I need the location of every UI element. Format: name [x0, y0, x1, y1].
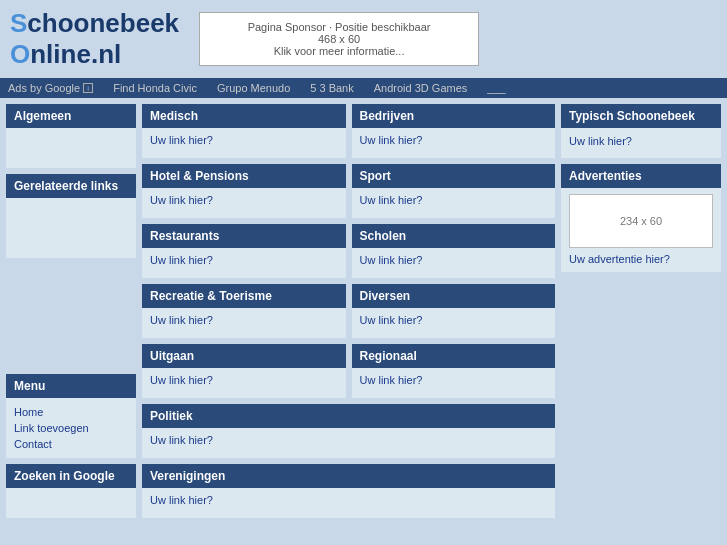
diversen-link[interactable]: Uw link hier?: [360, 314, 423, 326]
gerelateerde-section: Gerelateerde links: [6, 174, 136, 258]
left-sidebar: Algemeen Gerelateerde links Menu Home Li…: [6, 104, 136, 518]
uitgaan-header: Uitgaan: [142, 344, 346, 368]
sport-body: Uw link hier?: [352, 188, 556, 218]
category-medisch: Medisch Uw link hier?: [142, 104, 346, 158]
algemeen-header: Algemeen: [6, 104, 136, 128]
menu-body: Home Link toevoegen Contact: [6, 398, 136, 458]
title-letter-s: S: [10, 8, 27, 38]
category-restaurants: Restaurants Uw link hier?: [142, 224, 346, 278]
restaurants-link[interactable]: Uw link hier?: [150, 254, 213, 266]
regionaal-header: Regionaal: [352, 344, 556, 368]
ad-link-3[interactable]: 5 3 Bank: [310, 82, 353, 94]
category-diversen: Diversen Uw link hier?: [352, 284, 556, 338]
restaurants-header: Restaurants: [142, 224, 346, 248]
advertenties-header: Advertenties: [561, 164, 721, 188]
menu-section: Menu Home Link toevoegen Contact: [6, 374, 136, 458]
politiek-link[interactable]: Uw link hier?: [150, 434, 213, 446]
bedrijven-header: Bedrijven: [352, 104, 556, 128]
center-content: Medisch Uw link hier? Bedrijven Uw link …: [136, 104, 561, 518]
ad-link-4[interactable]: Android 3D Games: [374, 82, 468, 94]
recreatie-header: Recreatie & Toerisme: [142, 284, 346, 308]
regionaal-link[interactable]: Uw link hier?: [360, 374, 423, 386]
ad-advertentie-link[interactable]: Uw advertentie hier?: [569, 253, 670, 265]
diversen-header: Diversen: [352, 284, 556, 308]
menu-header: Menu: [6, 374, 136, 398]
regionaal-body: Uw link hier?: [352, 368, 556, 398]
typisch-body: Uw link hier?: [561, 128, 721, 158]
category-regionaal: Regionaal Uw link hier?: [352, 344, 556, 398]
sport-header: Sport: [352, 164, 556, 188]
ads-by-google: Ads by Google i: [8, 82, 93, 94]
bedrijven-link[interactable]: Uw link hier?: [360, 134, 423, 146]
ad-link-5[interactable]: ___: [487, 82, 505, 94]
sponsor-box[interactable]: Pagina Sponsor · Positie beschikbaar 468…: [199, 12, 479, 66]
ad-placeholder[interactable]: 234 x 60: [569, 194, 713, 248]
verenigingen-link[interactable]: Uw link hier?: [150, 494, 213, 506]
politiek-header: Politiek: [142, 404, 555, 428]
menu-link-toevoegen[interactable]: Link toevoegen: [14, 420, 128, 436]
politiek-body: Uw link hier?: [142, 428, 555, 458]
hotel-link[interactable]: Uw link hier?: [150, 194, 213, 206]
category-politiek: Politiek Uw link hier?: [142, 404, 555, 458]
zoeken-section: Zoeken in Google: [6, 464, 136, 518]
advertenties-section: Advertenties 234 x 60 Uw advertentie hie…: [561, 164, 721, 272]
sport-link[interactable]: Uw link hier?: [360, 194, 423, 206]
scholen-link[interactable]: Uw link hier?: [360, 254, 423, 266]
medisch-link[interactable]: Uw link hier?: [150, 134, 213, 146]
title-rest1: choonebeek: [27, 8, 179, 38]
ad-link-1[interactable]: Find Honda Civic: [113, 82, 197, 94]
ad-link-2[interactable]: Grupo Menudo: [217, 82, 290, 94]
typisch-link[interactable]: Uw link hier?: [569, 135, 632, 147]
category-verenigingen: Verenigingen Uw link hier?: [142, 464, 555, 518]
restaurants-body: Uw link hier?: [142, 248, 346, 278]
hotel-body: Uw link hier?: [142, 188, 346, 218]
diversen-body: Uw link hier?: [352, 308, 556, 338]
scholen-body: Uw link hier?: [352, 248, 556, 278]
ad-size: 234 x 60: [620, 215, 662, 227]
typisch-header: Typisch Schoonebeek: [561, 104, 721, 128]
gerelateerde-body: [6, 198, 136, 258]
algemeen-section: Algemeen: [6, 104, 136, 168]
ads-label: Ads by Google: [8, 82, 80, 94]
category-sport: Sport Uw link hier?: [352, 164, 556, 218]
advertenties-body: 234 x 60 Uw advertentie hier?: [561, 188, 721, 272]
ads-icon: i: [83, 83, 93, 93]
ad-bar: Ads by Google i Find Honda Civic Grupo M…: [0, 78, 727, 98]
category-bedrijven: Bedrijven Uw link hier?: [352, 104, 556, 158]
menu-home[interactable]: Home: [14, 404, 128, 420]
title-rest2: nline.nl: [30, 39, 121, 69]
right-sidebar: Typisch Schoonebeek Uw link hier? Advert…: [561, 104, 721, 518]
scholen-header: Scholen: [352, 224, 556, 248]
bedrijven-body: Uw link hier?: [352, 128, 556, 158]
category-hotel: Hotel & Pensions Uw link hier?: [142, 164, 346, 218]
header: Schoonebeek Online.nl Pagina Sponsor · P…: [0, 0, 727, 78]
gerelateerde-header: Gerelateerde links: [6, 174, 136, 198]
sponsor-line1: Pagina Sponsor · Positie beschikbaar: [220, 21, 458, 33]
category-recreatie: Recreatie & Toerisme Uw link hier?: [142, 284, 346, 338]
main-content: Algemeen Gerelateerde links Menu Home Li…: [0, 98, 727, 524]
algemeen-body: [6, 128, 136, 168]
medisch-header: Medisch: [142, 104, 346, 128]
hotel-header: Hotel & Pensions: [142, 164, 346, 188]
verenigingen-header: Verenigingen: [142, 464, 555, 488]
category-uitgaan: Uitgaan Uw link hier?: [142, 344, 346, 398]
recreatie-link[interactable]: Uw link hier?: [150, 314, 213, 326]
uitgaan-body: Uw link hier?: [142, 368, 346, 398]
sponsor-line2: 468 x 60: [220, 33, 458, 45]
verenigingen-body: Uw link hier?: [142, 488, 555, 518]
site-title: Schoonebeek Online.nl: [10, 8, 179, 70]
title-letter-o: O: [10, 39, 30, 69]
sponsor-line3[interactable]: Klik voor meer informatie...: [220, 45, 458, 57]
category-scholen: Scholen Uw link hier?: [352, 224, 556, 278]
typisch-section: Typisch Schoonebeek Uw link hier?: [561, 104, 721, 158]
medisch-body: Uw link hier?: [142, 128, 346, 158]
menu-contact[interactable]: Contact: [14, 436, 128, 452]
recreatie-body: Uw link hier?: [142, 308, 346, 338]
zoeken-header: Zoeken in Google: [6, 464, 136, 488]
uitgaan-link[interactable]: Uw link hier?: [150, 374, 213, 386]
zoeken-body: [6, 488, 136, 518]
